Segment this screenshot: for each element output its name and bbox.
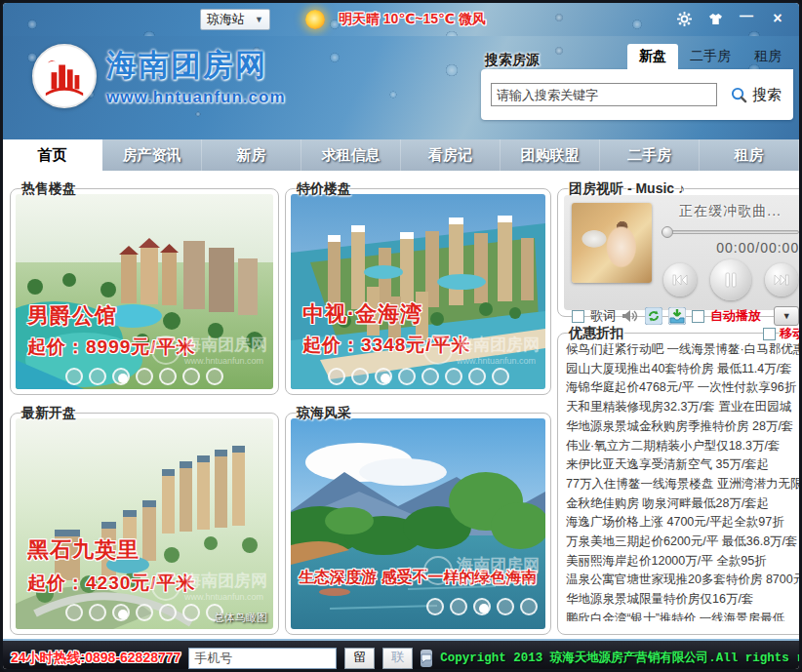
settings-gear-icon[interactable] [670,8,698,29]
player-more-dropdown[interactable]: ▼ [774,306,799,326]
deal-item[interactable]: 万泉美地三期起价6200元/平 最低36.8万/套 [566,533,802,552]
nav-tab[interactable]: 首页 [3,139,102,171]
station-select[interactable]: 琼海站 ▼ [200,9,270,30]
carousel-dot[interactable] [182,604,200,621]
search-button[interactable]: 搜索 [731,86,782,104]
media-player: 正在缓冲歌曲... 00:00/00:00 [564,195,802,310]
site-logo[interactable]: 海南团房网 www.hntuanfun.com [32,44,286,108]
minimize-button[interactable]: — [733,8,760,29]
carousel-dot[interactable] [398,368,416,385]
deal-item[interactable]: 海逸广场价格上涨 4700元/平起全款97折 [566,513,802,533]
scenery-caption-overlay: 生态深度游 感受不一样的绿色海南 [299,568,541,588]
search-input[interactable] [491,83,717,106]
carousel-dot[interactable] [89,604,106,621]
nav-tab[interactable]: 租房 [700,139,799,171]
deal-item[interactable]: 鹏欣白金湾“银十”推特价 一线海景房最低 [566,610,802,621]
panel-title: 最新开盘 [19,405,79,422]
nav-tab[interactable]: 团购联盟 [501,139,600,171]
carousel-dot[interactable] [136,368,153,385]
carousel-dot[interactable] [65,604,83,621]
carousel-dot[interactable] [206,368,223,385]
deal-item[interactable]: 伟业·氧立方二期精装小户型仅18.3万/套 [566,437,802,456]
deal-item[interactable]: 园山大厦现推出40套特价房 最低11.4万/套 [566,360,802,379]
chevron-down-icon: ▼ [255,15,263,24]
panel-special-price: 特价楼盘 [285,188,551,395]
volume-icon[interactable] [622,309,639,323]
deal-item[interactable]: 华地源泉景城金秋购房季推特价房 28万/套 [566,417,802,437]
carousel-dot[interactable] [351,368,369,385]
deal-item[interactable]: 华地源泉景城限量特价房仅16万/套 [566,590,802,610]
carousel-dot[interactable] [375,368,392,385]
carousel-dot[interactable] [328,368,345,385]
contact-service-button[interactable]: 联系客服 [382,648,413,669]
search-tab[interactable]: 二手房 [678,44,742,69]
scenery-photo[interactable]: 生态深度游 感受不一样的绿色海南 海南团房网www.hntuanfun.com [291,418,545,629]
property-price-overlay: 起价：8999元/平米 [27,335,196,360]
previous-track-button[interactable] [663,263,697,296]
customer-chat-icon[interactable] [421,650,432,667]
newest-property-photo[interactable]: 黑石九英里 起价：4230元/平米 海南团房网www.hntuanfun.com… [16,418,273,629]
carousel-dot[interactable] [445,368,462,385]
lyrics-checkbox[interactable] [572,310,584,323]
carousel-dot[interactable] [136,604,153,621]
logo-buildings-icon [32,44,97,108]
deal-item[interactable]: 海锦华庭起价4768元/平 一次性付款享96折 [566,378,802,398]
seek-bar[interactable] [662,226,799,238]
carousel-dot[interactable] [468,368,486,385]
nav-tab[interactable]: 求租信息 [301,139,401,171]
app-window: 琼海站 ▼ 明天晴 10℃~15℃ 微风 — × [0,0,802,672]
deal-item[interactable]: 温泉公寓官塘世家现推20多套特价房 8700元 [566,571,802,590]
deal-item[interactable]: 美丽熙海岸起价12000万/平 全款95折 [566,552,802,572]
special-property-photo[interactable]: 中视·金海湾 起价：3348元/平米 海南团房网www.hntuanfun.co… [291,194,545,389]
nav-tab[interactable]: 二手房 [600,139,700,171]
phone-input[interactable] [188,648,337,669]
deal-item[interactable]: 77万入住博鳌一线海景楼盘 亚洲湾潜力无限 [566,475,802,494]
skin-shirt-icon[interactable] [702,8,729,29]
panel-title: 琼海风采 [294,405,354,422]
property-name-overlay: 黑石九英里 [27,535,140,565]
nav-tab[interactable]: 新房 [202,139,301,171]
content-area: 热售楼盘 [3,171,799,639]
carousel-dot[interactable] [89,368,106,385]
carousel-dot[interactable] [450,598,467,615]
deals-list: 候鸟们赶紧行动吧 一线海景博鳌·白马郡优惠园山大厦现推出40套特价房 最低11.… [558,334,802,621]
close-button[interactable]: × [764,8,791,29]
carousel-dots [65,604,223,621]
pause-button[interactable] [710,259,751,300]
carousel-dot[interactable] [421,368,439,385]
carousel-dot[interactable] [65,368,83,385]
nav-tab[interactable]: 房产资讯 [102,139,202,171]
lyrics-label: 歌词 [590,307,616,325]
deals-scroll-checkbox[interactable] [763,328,776,340]
site-name: 海南团房网 [106,45,286,86]
carousel-dot[interactable] [520,598,538,615]
hot-property-photo[interactable]: 男爵公馆 起价：8999元/平米 海南团房网www.hntuanfun.com [16,194,273,389]
carousel-dot[interactable] [497,598,514,615]
deals-scroll-label: 移动 [780,325,802,342]
deal-item[interactable]: 金秋绝佳购房 吻泉河畔最低28万/套起 [566,494,802,514]
panel-media-player: 团房视听 - Music ♪ 正在缓冲歌曲... 00:00/00:00 [557,188,802,317]
search-tab[interactable]: 新盘 [627,44,678,69]
refresh-icon[interactable] [645,307,662,325]
seek-thumb[interactable] [662,226,673,238]
download-song-icon[interactable] [668,307,686,325]
nav-tab[interactable]: 看房记 [401,139,501,171]
carousel-dot[interactable] [492,368,509,385]
carousel-dot[interactable] [473,598,491,615]
deal-item[interactable]: 来伊比亚天逸享受清新空气 35万/套起 [566,455,802,475]
carousel-dot[interactable] [182,368,200,385]
property-name-overlay: 中视·金海湾 [302,299,422,329]
carousel-dot[interactable] [159,368,177,385]
carousel-dot[interactable] [159,604,177,621]
carousel-dots [65,368,223,385]
carousel-dot[interactable] [426,598,444,615]
carousel-dot[interactable] [112,368,130,385]
leave-phone-button[interactable]: 留下我的手机 [344,648,375,669]
deal-item[interactable]: 天和里精装修现房32.3万/套 置业在田园城 [566,398,802,417]
autoplay-checkbox[interactable] [692,310,704,323]
deal-item[interactable]: 候鸟们赶紧行动吧 一线海景博鳌·白马郡优惠 [566,340,802,360]
window-controls: — × [670,8,791,29]
search-tab[interactable]: 租房 [742,44,793,69]
carousel-dot[interactable] [112,604,130,621]
next-track-button[interactable] [765,263,798,296]
